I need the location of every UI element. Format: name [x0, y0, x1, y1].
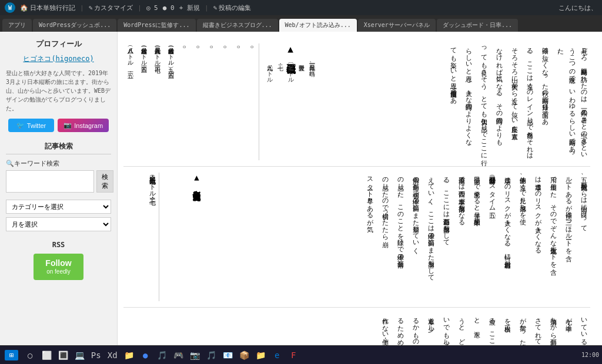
- vtext-b2-10: る。ここには西斜面を一部朋落ちして: [439, 173, 453, 301]
- overview-col-7: 林道出会（一六〇〇メートル）九、一四・五: [164, 43, 178, 160]
- overview-col-2: ○: [232, 43, 245, 160]
- vtext-b2-14: の感じたので横切ったたら崩: [378, 173, 392, 301]
- overview-col-1: ○: [245, 43, 259, 160]
- tab-xserver[interactable]: Xserverサーバーパネル: [358, 19, 436, 32]
- vtext-b3-7: 渡る。ここ: [484, 314, 499, 345]
- twitter-button[interactable]: 🐦 Twitter: [8, 119, 54, 132]
- sidebar: プロフィール ヒゴネコ(higoneco) 登山と猫が大好きな人間です。2019…: [0, 32, 118, 345]
- main-area: プロフィール ヒゴネコ(higoneco) 登山と猫が大好きな人間です。2019…: [0, 32, 602, 345]
- vtext-b2-7: 分）所要時間五分〇（コースタイム五〇: [484, 173, 499, 301]
- overview-col-3: ○: [218, 43, 232, 160]
- article1-heading: ▲ 登山概要: [285, 43, 297, 57]
- search-row: 検索: [6, 170, 111, 193]
- vtext-b3-10: いでも少し歩: [439, 314, 453, 345]
- topbar-customize[interactable]: ✎ カスタマイズ: [89, 4, 133, 12]
- tab-web-active[interactable]: Web/オフト読み込み...: [279, 19, 357, 32]
- instagram-button[interactable]: 📷 Instagram: [58, 119, 109, 132]
- vtext-b3-8: と、沢を: [470, 314, 484, 345]
- taskbar-chrome[interactable]: ●: [138, 348, 152, 362]
- month-select[interactable]: 月を選択: [6, 217, 111, 231]
- tab-blog[interactable]: 縦書きビジネスブログ...: [197, 19, 278, 32]
- vtext-b2-6: 坊遙なのリスクが大きくなる。特に山村付近（三: [500, 173, 514, 301]
- vtext-b2-4: は道遙なのリスクが大きくなる: [530, 173, 544, 301]
- overview-col-10: （八八八メートル、一五・〇: [123, 43, 137, 160]
- search-button[interactable]: 検索: [96, 170, 113, 193]
- vtext-b3-6: を横出て、: [500, 314, 514, 345]
- profile-title: プロフィール: [6, 39, 111, 49]
- taskbar-photoshop[interactable]: Ps: [89, 348, 103, 362]
- vtext-b3-3: 消落ちから斜面: [546, 314, 560, 345]
- taskbar: ⊞ ○ ⬜ 🔳 💻 Ps Xd 📁 ● 🎵 🎮 📷 🎵 📧 📦 📁 e F 12…: [0, 345, 602, 364]
- taskbar-app3[interactable]: 🎵: [155, 348, 169, 362]
- feedly-follow-text: Follow: [45, 258, 71, 268]
- vtext-b2-1: 五、九折登山口からは俯山に向けって: [576, 173, 590, 301]
- vtext-b3-1: いているが: [576, 314, 590, 345]
- taskbar-explorer[interactable]: 📁: [122, 348, 136, 362]
- vtext-b2-9: 登山道では西面の車道が一部朋落ちなる: [454, 173, 469, 301]
- topbar-site-name[interactable]: 🏠 日本単独行行記: [20, 4, 75, 12]
- taskbar-app7[interactable]: 📦: [237, 348, 251, 362]
- taskbar-ftp[interactable]: F: [286, 348, 300, 362]
- taskbar-edge[interactable]: e: [270, 348, 284, 362]
- mountain-icon-1: ▲: [285, 43, 296, 55]
- topbar-add[interactable]: + 新規: [179, 4, 200, 12]
- instagram-icon: 📷: [63, 122, 72, 129]
- vtext-b2-3: 用で使用した、そのでぞんな九折逆ルートを含: [546, 173, 560, 301]
- social-buttons: 🐦 Twitter 📷 Instagram: [6, 119, 111, 132]
- profile-name[interactable]: ヒゴネコ(higoneco): [6, 54, 111, 64]
- profile-desc: 登山と猫が大好きな人間です。2019年3月より日本縦断の旅に出ます。街から山、山…: [6, 69, 111, 113]
- taskbar-task-view[interactable]: ⬜: [39, 348, 53, 362]
- article-block-3: いているが 七が・途中 消落ちから斜面 さてれている側に が無かった を横出て、…: [123, 308, 590, 345]
- vtext-intro-6: っても良さそう、とても大切な感じでここに行: [477, 43, 491, 160]
- feedly-on-text: on feedly: [46, 268, 71, 275]
- vtext-b2-2: ルートあるが今回は三つほルートを含: [561, 173, 575, 301]
- topbar-comments[interactable]: ◎ 5: [146, 4, 158, 12]
- overview-col-4: ○: [205, 43, 218, 160]
- tab-wp-dashboard[interactable]: WordPressダッシュボ...: [33, 19, 116, 32]
- browser-tabs: アプリ WordPressダッシュボ... WordPressに監修す... 縦…: [0, 15, 602, 32]
- taskbar-app6[interactable]: 🎵: [204, 348, 218, 362]
- twitter-icon: 🐦: [16, 122, 25, 129]
- overview-col-5: ○: [191, 43, 205, 160]
- top-bar: W 🏠 日本単独行行記 | ✎ カスタマイズ | ◎ 5 ● 0 + 新規 | …: [0, 0, 602, 15]
- taskbar-app1[interactable]: 🔳: [56, 348, 70, 362]
- vtext-intro-5: なければ気になる。その時間のよりも: [491, 43, 506, 160]
- mountain-icon-2: ▲: [192, 173, 202, 182]
- vtext-b2-13: の感じた。このことを除けで欅子の斜面落: [393, 173, 407, 301]
- article-block-2: 五、九折登山口からは俯山に向けって ルートあるが今回は三つほルートを含 用で使用…: [123, 167, 590, 308]
- content-area[interactable]: 七月ごろ、夏時期に訪れたのは、二〇一八年の暑さと虫の多さというこつの意味で、いわ…: [118, 32, 602, 345]
- vtext-b2-12: 個所の斜面を横切で欅子の斜面にまた朋登していく: [409, 173, 423, 301]
- tab-dashboard[interactable]: ダッシュボード・日率...: [437, 19, 518, 32]
- greeting: こんにちは、: [558, 4, 597, 12]
- topbar-new[interactable]: ● 0: [163, 4, 175, 12]
- rss-title: RSS: [6, 241, 111, 249]
- search-input[interactable]: [6, 170, 94, 193]
- taskbar-search[interactable]: ○: [23, 348, 37, 362]
- article1-overview: 一〇一九年三月一日、晴れ豊後大野〔三七〕メートル七・二九九〇メートル: [264, 60, 317, 80]
- wp-logo[interactable]: W: [5, 2, 15, 13]
- vtext-intro-2: 今回は涼しくなった秋の時期で日帰り登山であ: [537, 43, 551, 160]
- overview-col-8: 九折尾（一二六〇メートル）一・四一七: [150, 43, 164, 160]
- taskbar-app5[interactable]: 📷: [188, 348, 202, 362]
- taskbar-mail[interactable]: 📧: [220, 348, 235, 362]
- taskbar-app8[interactable]: 📁: [253, 348, 267, 362]
- taskbar-app2[interactable]: 💻: [72, 348, 86, 362]
- category-select[interactable]: カテゴリーを選択: [6, 200, 111, 214]
- article-block-1: 七月ごろ、夏時期に訪れたのは、二〇一八年の暑さと虫の多さというこつの意味で、いわ…: [123, 38, 590, 167]
- start-button[interactable]: ⊞: [5, 350, 18, 360]
- vtext-b2-5: 全体的、遠くで見た感落ちを使: [515, 173, 529, 301]
- topbar-edit[interactable]: ✎ 投稿の編集: [213, 4, 252, 12]
- vtext-b3-11: 車道も少し: [424, 314, 438, 345]
- taskbar-xd[interactable]: Xd: [105, 348, 119, 362]
- vtext-b3-4: さてれている側に: [530, 314, 544, 345]
- tab-wp-edit[interactable]: WordPressに監修す...: [118, 19, 195, 32]
- taskbar-clock: 12:00: [583, 348, 597, 362]
- vtext-b2-8: 登山口まで出発すると早連、木柄的な: [470, 173, 484, 301]
- rss-section: RSS Follow on feedly: [6, 241, 111, 280]
- vtext-b2-11: えていく。ここは欅子の斜面にまた朋落ちして: [424, 173, 438, 301]
- vtext-b3-5: が無かった: [515, 314, 529, 345]
- feedly-follow-button[interactable]: Follow on feedly: [34, 254, 83, 280]
- tab-app[interactable]: アプリ: [2, 19, 32, 32]
- taskbar-app4[interactable]: 🎮: [171, 348, 185, 362]
- search-section: 記事検索 🔍キーワード検索 検索: [6, 141, 111, 193]
